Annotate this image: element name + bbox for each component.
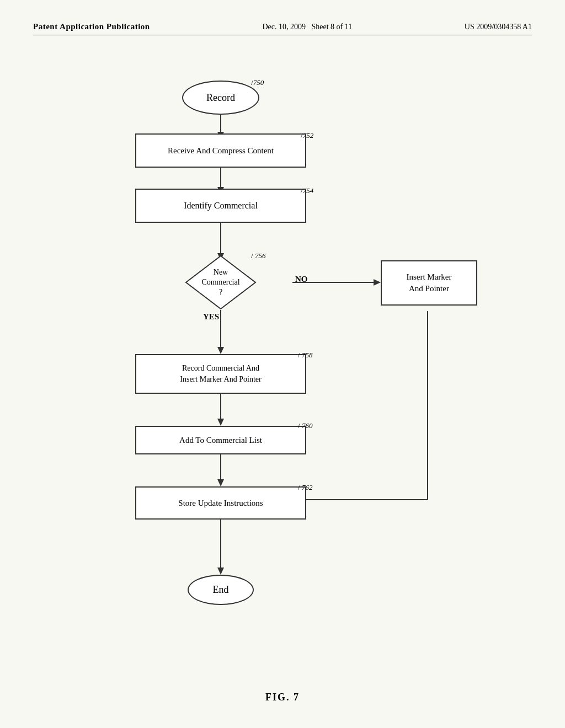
node-record-commercial: Record Commercial And Insert Marker And …: [135, 354, 306, 394]
page: Patent Application Publication Dec. 10, …: [0, 0, 565, 728]
node-diamond: [185, 255, 257, 310]
svg-marker-15: [217, 568, 224, 575]
node-receive: Receive And Compress Content: [135, 133, 306, 168]
figure-caption: FIG. 7: [33, 692, 532, 703]
ref-756: / 756: [251, 251, 265, 260]
ref-758: / 758: [298, 351, 312, 360]
ref-762: / 762: [298, 483, 312, 492]
diagram-area: Record /750 Receive And Compress Content…: [33, 52, 532, 681]
ref-752: /752: [301, 131, 313, 140]
svg-marker-9: [374, 279, 381, 286]
ref-750: /750: [251, 78, 264, 87]
svg-marker-13: [217, 479, 224, 486]
node-record: Record: [182, 81, 259, 115]
svg-marker-11: [217, 419, 224, 426]
header-left: Patent Application Publication: [33, 22, 150, 31]
node-insert-marker: Insert Marker And Pointer: [381, 260, 477, 306]
ref-754: /754: [301, 186, 313, 195]
header-date-sheet: Dec. 10, 2009 Sheet 8 of 11: [262, 23, 352, 31]
label-yes: YES: [203, 312, 219, 322]
ref-760: / 760: [298, 421, 312, 430]
svg-marker-19: [186, 256, 255, 309]
svg-marker-7: [217, 347, 224, 354]
page-header: Patent Application Publication Dec. 10, …: [33, 22, 532, 35]
label-no: NO: [295, 275, 308, 284]
node-add-to-list: Add To Commercial List: [135, 426, 306, 454]
node-store-update: Store Update Instructions: [135, 486, 306, 520]
node-identify: Identify Commercial: [135, 189, 306, 223]
node-end: End: [188, 575, 254, 605]
header-patent: US 2009/0304358 A1: [465, 23, 532, 31]
